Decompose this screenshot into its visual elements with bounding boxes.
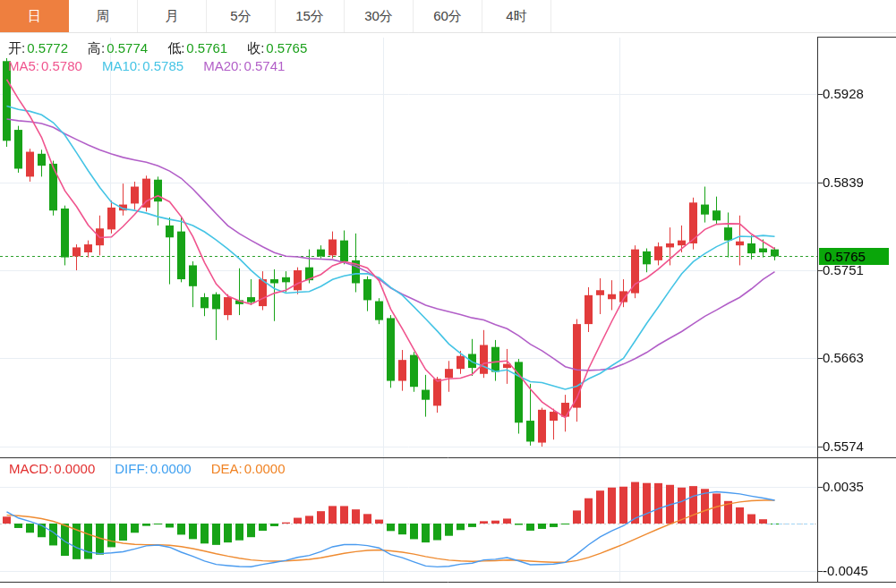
tab-日[interactable]: 日 [0, 0, 69, 32]
tab-60分[interactable]: 60分 [414, 0, 482, 32]
legend-item: DIFF:0.0000 [115, 461, 196, 476]
tab-周[interactable]: 周 [69, 0, 138, 32]
tab-15分[interactable]: 15分 [276, 0, 345, 32]
legend-item: 开:0.5772 [8, 40, 73, 57]
legend-item: MA10:0.5785 [102, 58, 189, 73]
y-axis-label: 0.5663 [823, 350, 864, 366]
y-axis-label: 0.5928 [823, 86, 864, 102]
y-axis-label: 0.0035 [823, 479, 864, 495]
ma-header: MA5:0.5780MA10:0.5785MA20:0.5741 [8, 58, 304, 73]
interval-tabbar: 日周月5分15分30分60分4时 [0, 0, 896, 33]
tab-30分[interactable]: 30分 [345, 0, 414, 32]
legend-item: MA5:0.5780 [8, 58, 88, 73]
kline-chart-canvas[interactable] [0, 0, 896, 588]
y-axis-label: 0.5839 [823, 175, 864, 191]
legend-item: 低:0.5761 [167, 40, 233, 57]
ohlc-header: 开:0.5772高:0.5774低:0.5761收:0.5765 [8, 40, 327, 57]
tab-4时[interactable]: 4时 [482, 0, 551, 32]
macd-legend: MACD:0.0000DIFF:0.0000DEA:0.0000 [9, 461, 305, 476]
legend-item: DEA:0.0000 [211, 461, 291, 476]
legend-item: 高:0.5774 [88, 40, 153, 57]
current-price-tag: 0.5765 [819, 248, 889, 265]
legend-item: MA20:0.5741 [203, 58, 290, 73]
legend-item: 收:0.5765 [247, 40, 312, 57]
tab-月[interactable]: 月 [138, 0, 207, 32]
y-axis-label: -0.0045 [823, 563, 868, 579]
legend-item: MACD:0.0000 [9, 461, 100, 476]
y-axis-label: 0.5574 [823, 439, 864, 455]
tab-5分[interactable]: 5分 [207, 0, 276, 32]
